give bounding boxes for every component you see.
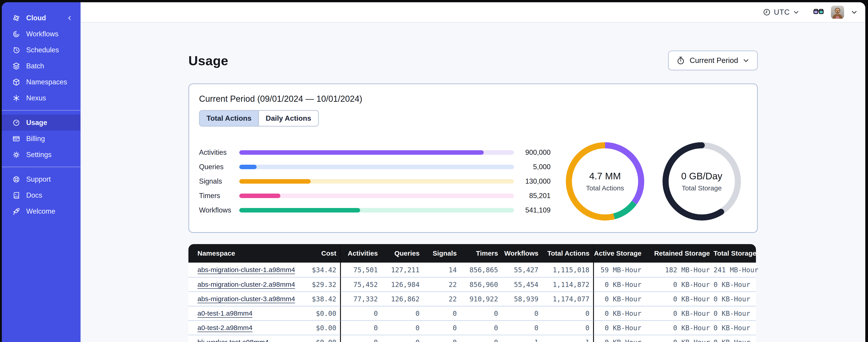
topbar: UTC <box>81 2 865 23</box>
cell-total-storage: 241 MB-Hour <box>713 263 756 277</box>
sidebar-item-docs[interactable]: Docs <box>2 187 81 203</box>
bar-label: Signals <box>199 177 239 185</box>
cell-retained-storage: 182 MB-Hour <box>645 263 713 277</box>
bar-row-queries: Queries5,000 <box>199 165 551 169</box>
cell-activities: 75,501 <box>341 263 381 277</box>
sidebar-item-cloud[interactable]: Cloud <box>2 10 81 26</box>
app-window: Cloud Workflows <box>2 2 865 342</box>
column-header-timers: Timers <box>460 244 502 263</box>
tab-daily-actions[interactable]: Daily Actions <box>258 111 318 126</box>
avatar[interactable] <box>831 6 844 19</box>
cell-workflows: 55,454 <box>501 277 542 292</box>
card-title: Current Period (09/01/2024 — 10/01/2024) <box>199 94 747 104</box>
cell-cost: $34.42 <box>290 263 341 277</box>
namespace-link[interactable]: a0-test-1.a98mm4 <box>197 309 252 317</box>
bar-value: 900,000 <box>514 148 551 157</box>
cell-signals: 14 <box>423 263 460 277</box>
namespace-link[interactable]: abs-migration-cluster-1.a98mm4 <box>197 266 295 273</box>
usage-bars: Activities900,000Queries5,000Signals130,… <box>199 150 551 212</box>
cell-total-storage: 0 KB-Hour <box>713 277 756 292</box>
namespace-link[interactable]: a0-test-2.a98mm4 <box>197 324 252 332</box>
cell-timers: 0 <box>460 306 502 320</box>
timezone-label: UTC <box>774 8 790 16</box>
namespace-link[interactable]: abs-migration-cluster-3.a98mm4 <box>197 295 295 303</box>
sidebar-item-settings[interactable]: Settings <box>2 147 81 163</box>
sidebar-item-label: Cloud <box>26 14 46 22</box>
usage-gauge-icon <box>12 119 20 127</box>
cell-cost: $38.42 <box>290 292 341 306</box>
sidebar-item-billing[interactable]: Billing <box>2 131 81 147</box>
cell-retained-storage: 0 KB-Hour <box>645 335 713 342</box>
cell-cost: $0.00 <box>290 306 341 320</box>
column-header-active-storage: Active Storage <box>594 244 645 263</box>
cell-total-actions: 1,114,872 <box>542 277 594 292</box>
cell-cost: $29.32 <box>290 277 341 292</box>
sidebar-item-usage[interactable]: Usage <box>2 114 81 131</box>
sidebar-collapse-button[interactable] <box>65 13 74 23</box>
bar-track <box>239 150 514 155</box>
bar-row-signals: Signals130,000 <box>199 179 551 184</box>
sidebar-item-welcome[interactable]: Welcome <box>2 203 81 219</box>
cell-namespace: abs-migration-cluster-3.a98mm4 <box>188 292 290 306</box>
total-actions-label: Total Actions <box>586 184 624 192</box>
sidebar-item-label: Welcome <box>26 207 55 215</box>
sidebar-divider <box>2 110 81 110</box>
cell-active-storage: 0 KB-Hour <box>594 292 645 306</box>
cell-retained-storage: 0 KB-Hour <box>645 320 713 335</box>
cell-active-storage: 59 MB-Hour <box>594 263 645 277</box>
sidebar-item-label: Workflows <box>26 30 58 38</box>
sidebar-item-namespaces[interactable]: Namespaces <box>2 74 81 90</box>
bar-fill <box>239 150 484 155</box>
cell-activities: 75,452 <box>341 277 381 292</box>
total-actions-value: 4.7 MM <box>589 171 621 181</box>
sidebar-item-batch[interactable]: Batch <box>2 58 81 74</box>
sidebar-item-label: Batch <box>26 62 44 70</box>
cell-activities: 0 <box>341 335 381 342</box>
total-storage-donut: 0 GB/Day Total Storage <box>662 141 742 221</box>
sidebar-item-workflows[interactable]: Workflows <box>2 26 81 42</box>
sidebar-item-nexus[interactable]: Nexus <box>2 90 81 106</box>
cell-queries: 0 <box>381 306 423 320</box>
bar-row-workflows: Workflows541,109 <box>199 208 551 212</box>
cell-workflows: 0 <box>501 320 542 335</box>
account-menu-button[interactable] <box>851 9 858 15</box>
sidebar-item-support[interactable]: Support <box>2 171 81 187</box>
table-body: abs-migration-cluster-1.a98mm4$34.4275,5… <box>188 263 756 342</box>
cell-timers: 856,960 <box>460 277 502 292</box>
bar-value: 541,109 <box>514 206 551 214</box>
cell-total-actions: 0 <box>542 306 594 320</box>
cell-active-storage: 0 KB-Hour <box>594 335 645 342</box>
bar-label: Timers <box>199 192 239 200</box>
column-header-total-storage: Total Storage <box>713 244 756 263</box>
bar-value: 130,000 <box>514 177 551 185</box>
theme-glasses-button[interactable] <box>813 8 824 16</box>
chevron-left-icon <box>66 15 73 22</box>
cell-queries: 126,862 <box>381 292 423 306</box>
nexus-asterisk-icon <box>12 94 20 102</box>
cell-signals: 22 <box>423 292 460 306</box>
bar-row-timers: Timers85,201 <box>199 194 551 198</box>
total-storage-label: Total Storage <box>682 184 722 192</box>
usage-summary-card: Current Period (09/01/2024 — 10/01/2024)… <box>188 83 758 233</box>
timezone-selector[interactable]: UTC <box>763 8 799 16</box>
billing-card-icon <box>12 135 20 143</box>
cell-timers: 0 <box>460 320 502 335</box>
chevron-down-icon <box>743 57 749 64</box>
cell-total-actions: 0 <box>542 320 594 335</box>
tab-total-actions[interactable]: Total Actions <box>200 111 258 126</box>
welcome-rocket-icon <box>12 207 20 215</box>
bar-fill <box>239 194 280 198</box>
period-selector-button[interactable]: Current Period <box>668 50 758 70</box>
workflows-icon <box>12 30 20 38</box>
cell-signals: 0 <box>423 335 460 342</box>
batch-layers-icon <box>12 62 20 70</box>
namespace-link[interactable]: abs-migration-cluster-2.a98mm4 <box>197 281 295 288</box>
bar-label: Queries <box>199 163 239 171</box>
sidebar-item-schedules[interactable]: Schedules <box>2 42 81 58</box>
namespace-link[interactable]: bk-worker-test.a98mm4 <box>197 338 269 342</box>
cell-total-storage: 0 KB-Hour <box>713 320 756 335</box>
bar-fill <box>239 179 311 184</box>
column-header-retained-storage: Retained Storage <box>645 244 713 263</box>
bar-track <box>239 194 514 198</box>
sidebar-item-label: Settings <box>26 151 52 159</box>
